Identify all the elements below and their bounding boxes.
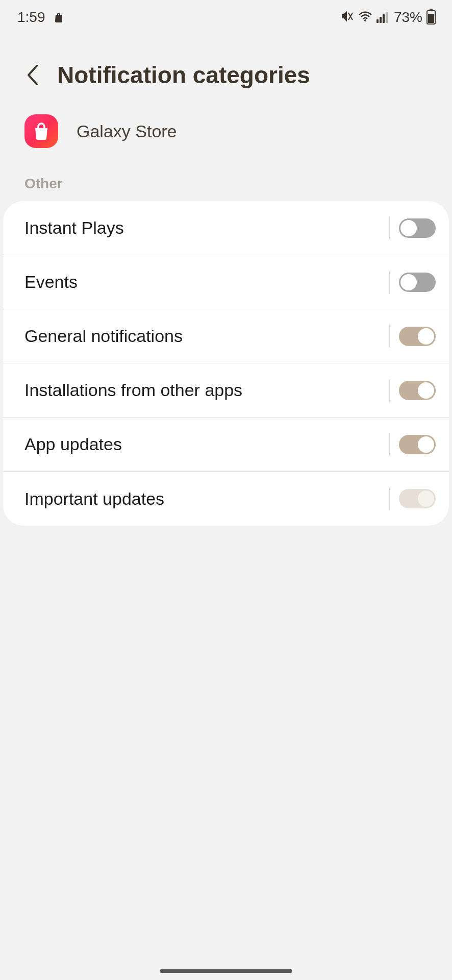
status-left: 1:59 [17, 9, 65, 26]
toggle-important-updates[interactable] [399, 489, 436, 508]
wifi-icon [358, 9, 372, 26]
row-app-updates[interactable]: App updates [3, 418, 449, 472]
row-label: App updates [24, 434, 384, 454]
back-button[interactable] [22, 65, 43, 85]
status-bar: 1:59 73% [0, 0, 452, 31]
galaxy-store-icon [24, 114, 58, 148]
row-label: Events [24, 272, 384, 292]
status-right: 73% [341, 9, 436, 26]
mute-vibrate-icon [341, 9, 354, 26]
row-divider [389, 433, 390, 456]
row-instant-plays[interactable]: Instant Plays [3, 201, 449, 255]
toggle-installations-other-apps[interactable] [399, 381, 436, 400]
status-time: 1:59 [17, 9, 45, 26]
row-divider [389, 325, 390, 348]
toggle-general-notifications[interactable] [399, 327, 436, 346]
row-events[interactable]: Events [3, 255, 449, 309]
row-label: Important updates [24, 489, 384, 509]
toggle-app-updates[interactable] [399, 435, 436, 454]
svg-point-0 [364, 19, 366, 21]
row-divider [389, 217, 390, 239]
row-label: General notifications [24, 326, 384, 346]
battery-percent: 73% [394, 9, 422, 26]
row-important-updates[interactable]: Important updates [3, 472, 449, 526]
row-divider [389, 487, 390, 510]
row-divider [389, 271, 390, 293]
toggle-events[interactable] [399, 273, 436, 292]
app-name: Galaxy Store [77, 121, 177, 141]
bag-icon [53, 11, 65, 23]
chevron-left-icon [26, 64, 40, 86]
nav-indicator [160, 969, 292, 973]
section-label-other: Other [0, 168, 452, 201]
signal-icon [376, 12, 388, 23]
page-header: Notification categories [0, 31, 452, 104]
row-divider [389, 379, 390, 402]
notification-categories-card: Instant Plays Events General notificatio… [3, 201, 449, 526]
toggle-instant-plays[interactable] [399, 218, 436, 238]
row-label: Instant Plays [24, 218, 384, 238]
app-row[interactable]: Galaxy Store [0, 104, 452, 168]
row-installations-other-apps[interactable]: Installations from other apps [3, 363, 449, 418]
battery-icon [426, 10, 436, 24]
page-title: Notification categories [57, 61, 310, 89]
row-label: Installations from other apps [24, 380, 384, 400]
row-general-notifications[interactable]: General notifications [3, 309, 449, 363]
